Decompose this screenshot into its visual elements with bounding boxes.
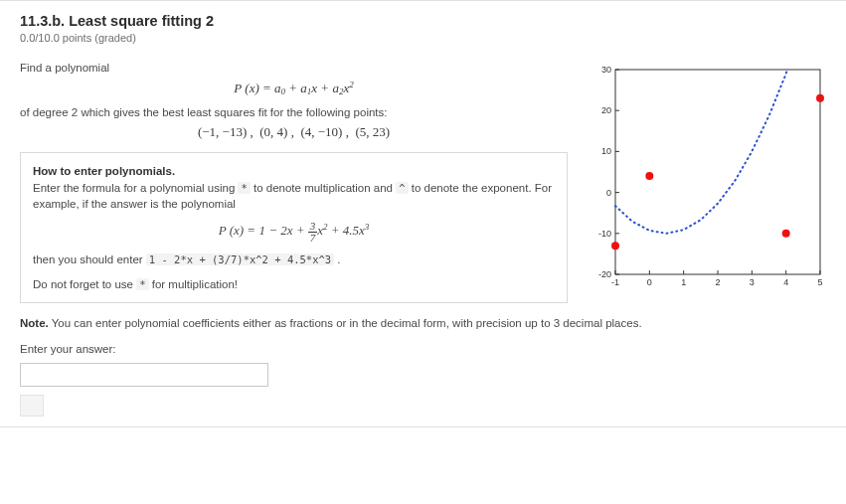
svg-text:1: 1 (681, 277, 686, 287)
howto-title: How to enter polynomials. (33, 163, 555, 180)
note-text: Note. You can enter polynomial coefficie… (20, 317, 826, 329)
svg-text:5: 5 (817, 277, 822, 287)
intro-1: Find a polynomial (20, 62, 568, 74)
howto-then: then you should enter 1 - 2*x + (3/7)*x^… (33, 252, 555, 268)
svg-text:10: 10 (601, 146, 611, 156)
svg-rect-0 (615, 70, 820, 274)
scatter-chart: -20-100102030-1012345 (588, 64, 826, 292)
svg-text:4: 4 (783, 277, 788, 287)
answer-input[interactable] (20, 363, 268, 387)
svg-point-29 (782, 230, 790, 238)
howto-equation: P (x) = 1 − 2x + 37x2 + 4.5x3 (33, 221, 555, 244)
answer-label: Enter your answer: (20, 343, 826, 355)
svg-text:30: 30 (601, 65, 611, 75)
svg-text:-20: -20 (598, 269, 611, 279)
howto-box: How to enter polynomials. Enter the form… (20, 152, 568, 303)
svg-point-27 (611, 242, 619, 250)
intro-2: of degree 2 which gives the best least s… (20, 106, 568, 118)
data-points-list: (−1, −13) , (0, 4) , (4, −10) , (5, 23) (20, 124, 568, 140)
submit-button[interactable] (20, 395, 44, 417)
svg-text:20: 20 (601, 105, 611, 115)
svg-text:2: 2 (715, 277, 720, 287)
svg-point-30 (816, 94, 824, 102)
chart-area: -20-100102030-1012345 (588, 62, 826, 303)
svg-text:-10: -10 (598, 229, 611, 239)
main-equation: P (x) = a0 + a1x + a2x2 (20, 80, 568, 96)
howto-line1: Enter the formula for a polynomial using… (33, 180, 555, 213)
svg-text:3: 3 (750, 277, 755, 287)
howto-dont-forget: Do not forget to use * for multiplicatio… (33, 276, 555, 293)
points-graded: 0.0/10.0 points (graded) (20, 32, 826, 44)
page-title: 11.3.b. Least square fitting 2 (20, 13, 826, 29)
question-area: Find a polynomial P (x) = a0 + a1x + a2x… (20, 62, 568, 303)
svg-text:-1: -1 (611, 277, 619, 287)
svg-point-28 (645, 172, 653, 180)
svg-text:0: 0 (647, 277, 652, 287)
svg-text:0: 0 (606, 188, 611, 198)
